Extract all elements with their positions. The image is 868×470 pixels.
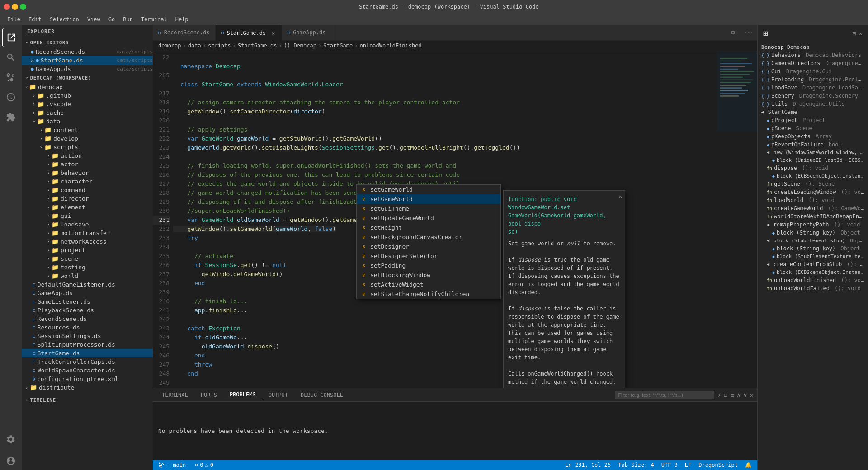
tab-recordscene[interactable]: ◻ RecordScene.ds bbox=[153, 25, 216, 41]
menu-view[interactable]: View bbox=[84, 15, 104, 24]
outline-pscene[interactable]: ◆ pScene Scene bbox=[758, 124, 868, 132]
window-controls[interactable] bbox=[4, 4, 26, 10]
status-branch[interactable]: ⑂ main bbox=[156, 462, 188, 468]
folder-data[interactable]: › 📁 data bbox=[22, 117, 153, 126]
outline-prevertonfailure[interactable]: ◆ pRevertOnFailure bool bbox=[758, 141, 868, 149]
outline-block-ecbscene2[interactable]: ◆ block (ECBSceneObject.Instance each) O… bbox=[758, 268, 868, 276]
breadcrumb-class[interactable]: StartGame bbox=[323, 42, 353, 49]
outline-remappropertypath[interactable]: ▼ remapPropertyPath (): void bbox=[758, 221, 868, 229]
ac-item-setbackgroundcanvascreator[interactable]: ⊙ setBackgroundCanvasCreator bbox=[357, 232, 500, 242]
menu-selection[interactable]: Selection bbox=[46, 15, 83, 24]
status-notifications[interactable]: 🔔 bbox=[743, 462, 754, 468]
outline-block-stubelement[interactable]: ▼ block (StubElement stub) Object bbox=[758, 237, 868, 244]
activity-debug[interactable] bbox=[2, 88, 20, 106]
breadcrumb-scripts[interactable]: scripts bbox=[208, 42, 231, 49]
breadcrumb-method[interactable]: onLoadWorldFinished bbox=[359, 42, 421, 49]
outline-block-stubelementtexture[interactable]: ◆ block (StubElementTexture texture) Obj… bbox=[758, 253, 868, 260]
file-defaultgamelistener[interactable]: ◻ DefaultGameListener.ds bbox=[22, 280, 153, 289]
status-errors[interactable]: ⊗ 0 ⚠ 0 bbox=[193, 462, 215, 468]
folder-cache[interactable]: › 📁 cache bbox=[22, 108, 153, 117]
file-worldspawncharacter[interactable]: ◻ WorldSpawnCharacter.ds bbox=[22, 366, 153, 375]
activity-settings[interactable] bbox=[2, 430, 20, 448]
outline-loadsave[interactable]: { } LoadSave Dragengine.LoadSave bbox=[758, 84, 868, 92]
file-gamelistener[interactable]: ◻ GameListener.ds bbox=[22, 297, 153, 306]
status-line-endings[interactable]: LF bbox=[683, 462, 693, 468]
folder-testing[interactable]: › 📁 testing bbox=[22, 263, 153, 272]
ac-item-setguitheme[interactable]: ⊙ setGuiTheme bbox=[357, 204, 500, 213]
tab-gameapp[interactable]: ◻ GameApp.ds bbox=[282, 25, 336, 41]
ac-item-setpadding[interactable]: ⊙ setPadding bbox=[357, 261, 500, 270]
ac-item-setstatechangenotifychildren[interactable]: ⊙ setStateChangeNotifyChildren bbox=[357, 289, 500, 299]
folder-gui[interactable]: › 📁 gui bbox=[22, 212, 153, 220]
folder-loadsave[interactable]: › 📁 loadsave bbox=[22, 220, 153, 229]
file-splitinputprocessor[interactable]: ◻ SplitInputProcessor.ds bbox=[22, 340, 153, 349]
breadcrumb-data[interactable]: data bbox=[188, 42, 201, 49]
outline-pproject[interactable]: ◆ pProject Project bbox=[758, 116, 868, 124]
outline-block-string1[interactable]: ◆ block (String key) Object bbox=[758, 229, 868, 237]
tooltip-close-button[interactable]: ✕ bbox=[619, 193, 622, 201]
terminal-tab-ports[interactable]: PORTS bbox=[195, 390, 222, 400]
menu-edit[interactable]: Edit bbox=[25, 15, 45, 24]
outline-pkeepobjects[interactable]: ◆ pKeepObjects Array bbox=[758, 132, 868, 141]
folder-behavior[interactable]: › 📁 behavior bbox=[22, 169, 153, 177]
ac-item-setactivewidget[interactable]: ⊙ setActiveWidget bbox=[357, 280, 500, 289]
status-position[interactable]: Ln 231, Col 25 bbox=[563, 462, 613, 468]
terminal-tab-debug-console[interactable]: DEBUG CONSOLE bbox=[295, 390, 349, 400]
sort-icon[interactable]: ≡ bbox=[730, 391, 734, 399]
ac-item-setgameworld1[interactable]: ⊙ setGameWorld bbox=[357, 185, 500, 194]
outline-new[interactable]: ▼ new (WindowGameWorld window, Project p… bbox=[758, 149, 868, 156]
maximize-button[interactable] bbox=[20, 4, 26, 10]
outline-dispose[interactable]: fn dispose (): void bbox=[758, 164, 868, 172]
outline-createcontentfromstub[interactable]: ▼ createContentFromStub (): void bbox=[758, 260, 868, 268]
outline-utils[interactable]: { } Utils Dragengine.Utils bbox=[758, 100, 868, 108]
outline-block-uniqueid[interactable]: ◆ block (UniqueID lastId, ECBSceneObject… bbox=[758, 156, 868, 164]
activity-account[interactable] bbox=[2, 452, 20, 470]
folder-scripts[interactable]: › 📁 scripts bbox=[22, 143, 153, 151]
file-playbackscene[interactable]: ◻ PlaybackScene.ds bbox=[22, 306, 153, 315]
menu-help[interactable]: Help bbox=[172, 15, 192, 24]
ac-item-setblockingwindow[interactable]: ⊙ setBlockingWindow bbox=[357, 270, 500, 280]
terminal-tab-terminal[interactable]: TERMINAL bbox=[156, 390, 193, 400]
outline-cameradirectors[interactable]: { } CameraDirectors Dragengine.CameraDir… bbox=[758, 59, 868, 67]
activity-scm[interactable] bbox=[2, 68, 20, 86]
file-gameapp[interactable]: ◻ GameApp.ds bbox=[22, 289, 153, 297]
outline-gui[interactable]: { } Gui Dragengine.Gui bbox=[758, 67, 868, 75]
folder-world[interactable]: › 📁 world bbox=[22, 272, 153, 280]
outline-block-string2[interactable]: ◆ block (String key) Object bbox=[758, 244, 868, 253]
file-trackcontrollercaps[interactable]: ◻ TrackControllerCaps.ds bbox=[22, 357, 153, 366]
ac-item-setheight[interactable]: ⊙ setHeight bbox=[357, 223, 500, 232]
folder-scene[interactable]: › 📁 scene bbox=[22, 254, 153, 263]
folder-project[interactable]: › 📁 project bbox=[22, 246, 153, 254]
folder-command[interactable]: › 📁 command bbox=[22, 186, 153, 194]
terminal-tab-output[interactable]: OUTPUT bbox=[263, 390, 293, 400]
file-startgame[interactable]: ◻ StartGame.ds bbox=[22, 349, 153, 357]
outline-startgame[interactable]: ▼ StartGame bbox=[758, 108, 868, 116]
close-button[interactable] bbox=[4, 4, 10, 10]
folder-motiontransfer[interactable]: › 📁 motionTransfer bbox=[22, 229, 153, 237]
breadcrumb-file[interactable]: StartGame.ds bbox=[238, 42, 277, 49]
problems-up-icon[interactable]: ∧ bbox=[737, 391, 741, 399]
ac-item-setdesignerselector[interactable]: ⊙ setDesignerSelector bbox=[357, 251, 500, 261]
split-editor-button[interactable]: ⊟ bbox=[852, 30, 856, 37]
ac-item-setdesigner[interactable]: ⊙ setDesigner bbox=[357, 242, 500, 251]
folder-vscode[interactable]: › 📁 .vscode bbox=[22, 100, 153, 108]
outline-onloadworldfailed[interactable]: fn onLoadWorldFailed (): void bbox=[758, 284, 868, 292]
terminal-tab-problems[interactable]: PROBLEMS bbox=[224, 390, 261, 400]
open-file-gameapp[interactable]: ● GameApp.ds data/scripts bbox=[22, 65, 153, 73]
collapse-all-icon[interactable]: ⊟ bbox=[724, 391, 727, 399]
folder-element[interactable]: › 📁 element bbox=[22, 203, 153, 212]
folder-develop[interactable]: › 📁 develop bbox=[22, 134, 153, 143]
open-file-startgame[interactable]: ✕ ● StartGame.ds data/scripts bbox=[22, 56, 153, 65]
tab-startgame[interactable]: ◻ StartGame.ds ✕ bbox=[216, 25, 282, 41]
folder-actor[interactable]: › 📁 actor bbox=[22, 160, 153, 169]
folder-content[interactable]: › 📁 content bbox=[22, 126, 153, 134]
outline-worldstorenextid[interactable]: fn worldStoreNextIDAndRemapEntry (): voi… bbox=[758, 212, 868, 221]
outline-icon[interactable]: ⊞ bbox=[763, 28, 768, 38]
menu-run[interactable]: Run bbox=[119, 15, 137, 24]
folder-distribute[interactable]: › 📁 distribute bbox=[22, 383, 153, 392]
ac-item-setupdategameworld[interactable]: ⊙ setUpdateGameWorld bbox=[357, 213, 500, 223]
more-actions-button[interactable]: ··· bbox=[740, 29, 757, 36]
workspace-section[interactable]: › DEMOCAP (WORKSPACE) bbox=[22, 73, 153, 83]
open-file-recordscene[interactable]: ● RecordScene.ds data/scripts bbox=[22, 47, 153, 56]
file-recordscene[interactable]: ◻ RecordScene.ds bbox=[22, 315, 153, 323]
